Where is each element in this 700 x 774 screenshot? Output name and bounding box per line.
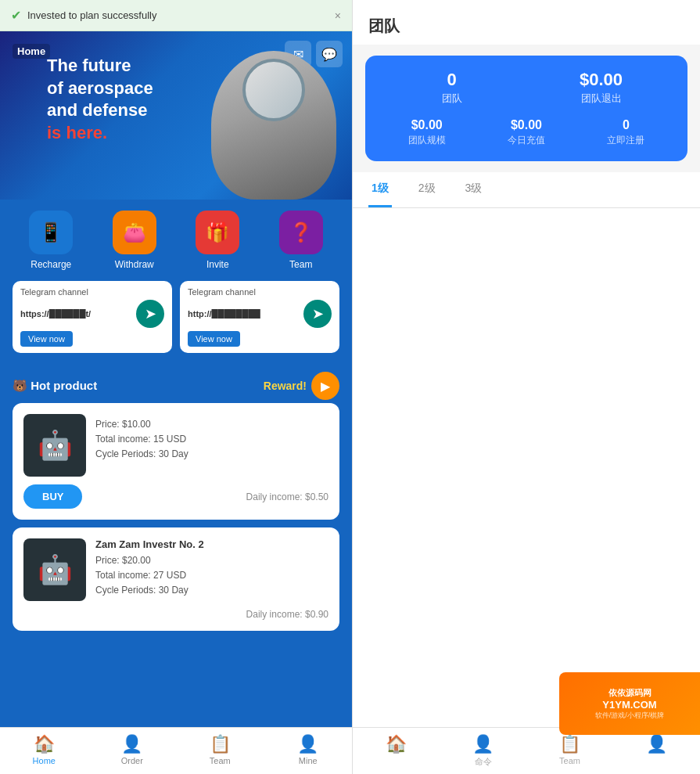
nav-mine[interactable]: 👤 Mine [264, 734, 353, 771]
success-notification: ✔ Invested to plan successfully × [0, 0, 352, 31]
product-price-2: Price: $20.00 [95, 553, 328, 568]
hot-product-header: 🐻 Hot product Reward! ▶ [0, 364, 352, 403]
today-recharge-stat: $0.00 今日充值 [480, 118, 572, 147]
instant-register-value: 0 [623, 118, 630, 132]
start-button[interactable]: ▶ [311, 372, 339, 400]
invite-icon: 🎁 [196, 211, 239, 254]
view-now-button-1[interactable]: View now [20, 331, 73, 347]
telegram-section: Telegram channel https://██████t/ ➤ View… [0, 281, 352, 364]
r-nav-home[interactable]: 🏠 [353, 734, 440, 771]
tg-url-1: https://██████t/ [20, 309, 91, 319]
recharge-icon: 📱 [29, 211, 73, 254]
today-recharge-label: 今日充值 [508, 134, 545, 147]
product-footer-1: BUY Daily income: $0.50 [23, 484, 328, 509]
r-order-icon: 👤 [472, 734, 494, 754]
nav-home[interactable]: 🏠 Home [0, 734, 88, 771]
astronaut-image [196, 43, 352, 200]
stats-card: 0 团队 $0.00 团队退出 $0.00 团队规模 $0.00 今日充值 0 … [365, 56, 687, 161]
check-icon: ✔ [11, 8, 21, 23]
team-exit-stat: $0.00 团队退出 [530, 70, 672, 106]
team-exit-value: $0.00 [580, 70, 623, 90]
team-count-stat: 0 团队 [381, 70, 522, 106]
right-panel-title: 团队 [368, 17, 400, 34]
team-scale-label: 团队规模 [408, 134, 446, 147]
team-nav-label: Team [210, 756, 231, 765]
stats-top-row: 0 团队 $0.00 团队退出 [381, 70, 672, 106]
stats-bottom-row: $0.00 团队规模 $0.00 今日充值 0 立即注册 [381, 118, 672, 147]
r-nav-mine[interactable]: 👤 [613, 734, 700, 771]
instant-register-label: 立即注册 [607, 134, 644, 147]
close-notification-icon[interactable]: × [335, 9, 341, 22]
right-header: 团队 [353, 0, 700, 45]
product-cycle-1: Cycle Periods: 30 Day [95, 447, 328, 462]
tab-level1[interactable]: 1级 [368, 172, 392, 207]
recharge-button[interactable]: 📱 Recharge [13, 211, 90, 270]
hero-title: The future of aerospace and defense is h… [47, 55, 153, 144]
mine-nav-label: Mine [299, 756, 318, 765]
right-panel: 团队 0 团队 $0.00 团队退出 $0.00 团队规模 $0.00 今日充值 [353, 0, 700, 774]
product-income-2: Total income: 27 USD [95, 568, 328, 583]
team-exit-label: 团队退出 [581, 92, 622, 106]
watermark: 依依源码网 Y1YM.COM 软件/游戏/小程序/棋牌 [559, 672, 700, 735]
product-card-1: 🤖 Price: $10.00 Total income: 15 USD Cyc… [13, 403, 339, 520]
tg-icon-1[interactable]: ➤ [136, 300, 164, 328]
recharge-label: Recharge [31, 259, 71, 270]
order-nav-label: Order [121, 756, 143, 765]
home-label: Home [13, 44, 50, 59]
product-info-1: Price: $10.00 Total income: 15 USD Cycle… [95, 414, 328, 463]
withdraw-button[interactable]: 👛 Withdraw [96, 211, 174, 270]
team-scale-value: $0.00 [411, 118, 443, 132]
watermark-subtitle: 软件/游戏/小程序/棋牌 [595, 711, 665, 721]
r-team-label: Team [559, 756, 580, 765]
today-recharge-value: $0.00 [511, 118, 542, 132]
withdraw-label: Withdraw [115, 259, 154, 270]
team-icon: ❓ [279, 211, 323, 254]
r-nav-team[interactable]: 📋 Team [526, 734, 613, 771]
bottom-navigation: 🏠 Home 👤 Order 📋 Team 👤 Mine [0, 727, 352, 774]
nav-order[interactable]: 👤 Order [88, 734, 177, 771]
invite-button[interactable]: 🎁 Invite [179, 211, 257, 270]
tg-icon-2[interactable]: ➤ [303, 300, 332, 328]
team-count-label: 团队 [442, 92, 462, 106]
product-cycle-2: Cycle Periods: 30 Day [95, 583, 328, 598]
telegram-card-1: Telegram channel https://██████t/ ➤ View… [13, 281, 172, 353]
mine-nav-icon: 👤 [297, 734, 318, 754]
product-image-2: 🤖 [23, 538, 86, 601]
r-mine-icon: 👤 [646, 734, 667, 754]
products-list: 🤖 Price: $10.00 Total income: 15 USD Cyc… [0, 403, 352, 727]
team-label: Team [289, 259, 312, 270]
product-price-1: Price: $10.00 [95, 417, 328, 432]
telegram-card-2: Telegram channel http://████████ ➤ View … [180, 281, 339, 353]
view-now-button-2[interactable]: View now [188, 331, 240, 347]
notification-message: Invested to plan successfully [27, 9, 156, 21]
buy-button-1[interactable]: BUY [23, 484, 82, 509]
watermark-title: 依依源码网 [608, 687, 652, 699]
home-nav-label: Home [33, 756, 56, 765]
tab-level2[interactable]: 2级 [415, 172, 439, 207]
action-buttons-section: 📱 Recharge 👛 Withdraw 🎁 Invite ❓ Team [0, 200, 352, 281]
hot-product-label: 🐻 Hot product [13, 379, 97, 393]
instant-register-stat: 0 立即注册 [580, 118, 672, 147]
withdraw-icon: 👛 [113, 211, 156, 254]
order-nav-icon: 👤 [121, 734, 142, 754]
left-panel: ✔ Invested to plan successfully × Home T… [0, 0, 352, 774]
team-count-value: 0 [447, 70, 456, 90]
level-tabs: 1级 2级 3级 [353, 172, 700, 208]
r-nav-order[interactable]: 👤 命令 [440, 734, 526, 771]
reward-area: Reward! ▶ [264, 372, 339, 400]
watermark-url: Y1YM.COM [602, 699, 656, 711]
product-image-1: 🤖 [23, 414, 86, 477]
r-home-icon: 🏠 [386, 734, 407, 754]
hero-banner: Home The future of aerospace and defense… [0, 31, 352, 200]
daily-income-1: Daily income: $0.50 [246, 491, 328, 502]
tab-level3[interactable]: 3级 [462, 172, 486, 207]
product-footer-2: Daily income: $0.90 [23, 609, 328, 620]
team-button[interactable]: ❓ Team [263, 211, 340, 270]
reward-text: Reward! [264, 380, 307, 392]
nav-team[interactable]: 📋 Team [176, 734, 264, 771]
r-team-icon: 📋 [559, 734, 580, 754]
team-scale-stat: $0.00 团队规模 [381, 118, 472, 147]
product-info-2: Zam Zam Investr No. 2 Price: $20.00 Tota… [95, 538, 328, 599]
tg-label-1: Telegram channel [20, 287, 164, 297]
product-name-2: Zam Zam Investr No. 2 [95, 538, 328, 550]
